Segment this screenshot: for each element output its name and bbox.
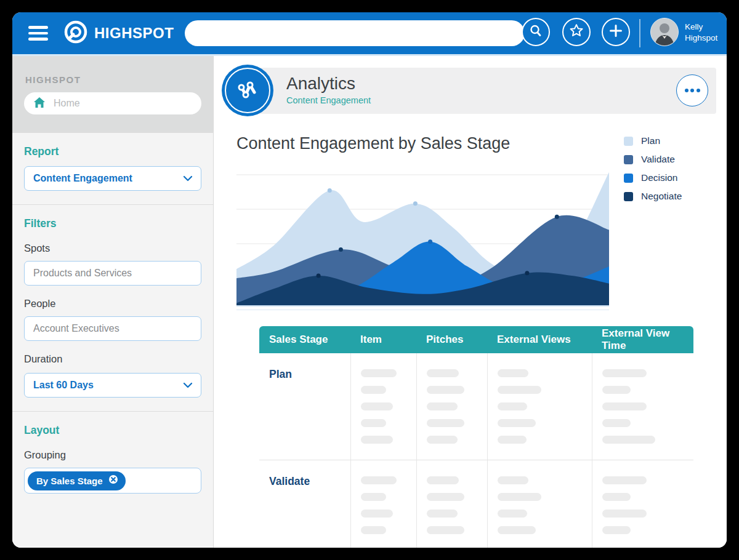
table-header-row: Sales StageItemPitchesExternal ViewsExte…	[259, 326, 693, 353]
legend-item-validate[interactable]: Validate	[624, 154, 682, 165]
legend-item-decision[interactable]: Decision	[624, 172, 682, 183]
duration-dropdown-value: Last 60 Days	[33, 380, 94, 391]
placeholder-bar	[427, 510, 458, 518]
highspot-logo-icon	[63, 19, 89, 47]
data-point-marker	[555, 215, 559, 219]
chart-legend: PlanValidateDecisionNegotiate	[624, 134, 682, 310]
data-point-marker	[428, 239, 432, 244]
main-content: Analytics Content Engagement Content Eng…	[214, 56, 727, 548]
chevron-down-icon	[183, 380, 193, 391]
duration-label: Duration	[24, 353, 201, 365]
table-cell-placeholder	[592, 460, 693, 548]
placeholder-bar	[602, 476, 647, 484]
grouping-label: Grouping	[24, 449, 201, 461]
more-options-button[interactable]	[676, 74, 708, 106]
placeholder-bar	[498, 419, 536, 427]
placeholder-bar	[361, 369, 397, 377]
legend-label: Plan	[641, 135, 660, 146]
global-search-input[interactable]	[185, 20, 525, 46]
placeholder-bar	[361, 476, 397, 484]
user-avatar[interactable]	[650, 18, 679, 46]
sidebar-item-home[interactable]: Home	[24, 92, 201, 114]
grouping-input[interactable]: By Sales Stage	[24, 468, 201, 494]
placeholder-bar	[498, 386, 541, 394]
engagement-table: Sales StageItemPitchesExternal ViewsExte…	[259, 326, 693, 548]
filters-heading: Filters	[24, 217, 201, 230]
placeholder-bar	[498, 402, 527, 410]
column-header: External View Time	[592, 327, 693, 352]
placeholder-bar	[498, 493, 541, 501]
placeholder-bar	[427, 402, 458, 410]
topbar-divider	[639, 19, 640, 47]
column-header: Sales Stage	[259, 334, 350, 346]
close-circle-icon[interactable]	[108, 474, 119, 487]
placeholder-bar	[498, 369, 528, 377]
people-label: People	[24, 298, 201, 310]
table-cell-placeholder	[350, 460, 416, 548]
sidebar-brand-label: HIGHSPOT	[25, 74, 201, 85]
search-button[interactable]	[522, 18, 550, 46]
table-cell-placeholder	[592, 353, 693, 460]
table-row: Validate	[259, 460, 693, 548]
report-dropdown[interactable]: Content Engagement	[24, 166, 201, 191]
filters-section: Filters Spots People Duration Last 60 Da…	[12, 204, 213, 411]
layout-heading: Layout	[24, 424, 201, 437]
placeholder-bar	[427, 493, 464, 501]
duration-dropdown[interactable]: Last 60 Days	[24, 373, 201, 398]
ellipsis-icon	[685, 89, 689, 92]
placeholder-bar	[427, 386, 464, 394]
data-point-marker	[413, 201, 418, 206]
placeholder-bar	[498, 476, 528, 484]
legend-item-negotiate[interactable]: Negotiate	[624, 191, 682, 202]
placeholder-bar	[602, 386, 631, 394]
legend-swatch	[624, 174, 633, 183]
placeholder-bar	[361, 510, 393, 518]
legend-swatch	[624, 155, 633, 164]
placeholder-bar	[602, 493, 631, 501]
left-sidebar: HIGHSPOT Home Report Content Engagement	[12, 56, 214, 548]
placeholder-bar	[498, 510, 527, 518]
column-header: External Views	[487, 334, 592, 346]
stage-label: Plan	[259, 353, 350, 460]
analytics-app-icon	[222, 65, 273, 116]
favorites-button[interactable]	[562, 18, 591, 46]
highspot-logo[interactable]: HIGHSPOT	[63, 19, 174, 47]
home-label: Home	[54, 98, 80, 109]
analytics-header: Analytics Content Engagement	[222, 68, 716, 116]
data-point-marker	[328, 188, 332, 193]
spots-input[interactable]	[24, 261, 201, 286]
chart-title: Content Engagement by Sales Stage	[236, 134, 609, 153]
placeholder-bar	[602, 436, 655, 444]
legend-swatch	[624, 137, 633, 146]
user-name[interactable]: Kelly Highspot	[685, 22, 723, 43]
placeholder-bar	[427, 369, 459, 377]
data-point-marker	[525, 271, 529, 275]
data-point-marker	[317, 274, 321, 278]
table-cell-placeholder	[416, 460, 487, 548]
grouping-chip[interactable]: By Sales Stage	[28, 471, 126, 490]
people-input[interactable]	[24, 316, 201, 341]
stage-label: Validate	[259, 460, 350, 548]
star-icon	[568, 23, 584, 41]
placeholder-bar	[427, 419, 464, 427]
table-cell-placeholder	[487, 460, 592, 548]
placeholder-bar	[427, 436, 458, 444]
placeholder-bar	[361, 386, 386, 394]
legend-swatch	[624, 192, 633, 201]
page-title: Analytics	[286, 74, 371, 94]
placeholder-bar	[602, 419, 631, 427]
layout-section: Layout Grouping By Sales Stage	[12, 411, 213, 507]
create-button[interactable]	[602, 18, 630, 46]
hamburger-menu-icon[interactable]	[28, 26, 48, 41]
legend-item-plan[interactable]: Plan	[624, 135, 682, 146]
home-icon	[33, 97, 46, 111]
app-window: HIGHSPOT	[12, 12, 727, 548]
sidebar-breadcrumb-block: HIGHSPOT Home	[12, 56, 213, 133]
column-header: Item	[350, 334, 416, 346]
data-point-marker	[339, 247, 343, 252]
report-dropdown-value: Content Engagement	[33, 173, 132, 184]
table-cell-placeholder	[416, 353, 487, 460]
placeholder-bar	[427, 476, 459, 484]
placeholder-bar	[361, 402, 393, 410]
placeholder-bar	[602, 526, 631, 534]
